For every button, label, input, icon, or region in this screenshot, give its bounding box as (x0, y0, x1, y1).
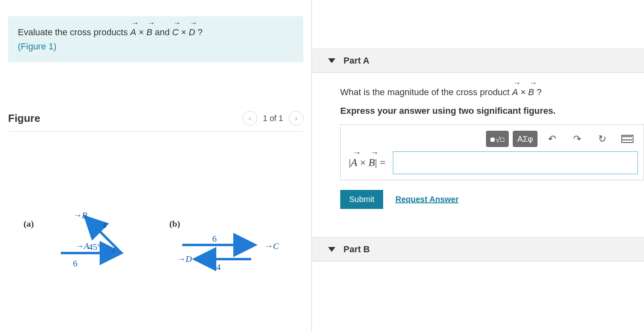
label-vector-B: →B (73, 210, 87, 221)
times-symbol: × (139, 27, 146, 37)
figure-header: Figure ‹ 1 of 1 › (8, 111, 303, 132)
keyboard-button[interactable] (617, 131, 638, 147)
question-suffix: ? (537, 87, 542, 97)
label-length-D: 4 (216, 262, 221, 272)
label-length-C: 6 (212, 234, 217, 244)
left-pane: Evaluate the cross products →A × →B and … (0, 0, 312, 332)
right-pane: Part A What is the magnitude of the cros… (312, 0, 644, 332)
figure-link[interactable]: (Figure 1) (18, 39, 294, 53)
question-vector-B: →B (528, 85, 534, 99)
label-angle-AB: 45° (88, 242, 101, 252)
question-prefix: What is the magnitude of the cross produ… (340, 87, 512, 97)
submit-row: Submit Request Answer (340, 190, 644, 209)
part-a-instruction: Express your answer using two significan… (340, 106, 644, 116)
part-a-header[interactable]: Part A (312, 49, 644, 73)
math-templates-button[interactable]: √ (486, 131, 509, 147)
part-a-title: Part A (343, 55, 369, 66)
label-vector-C: →C (264, 241, 279, 251)
prompt-line-1: Evaluate the cross products →A × →B and … (18, 25, 294, 39)
templates-icon: √ (490, 134, 504, 144)
chevron-down-icon (328, 58, 335, 63)
vector-C: →C (172, 25, 179, 39)
vector-B: →B (146, 25, 152, 39)
submit-button[interactable]: Submit (340, 190, 383, 209)
answer-input[interactable] (393, 151, 638, 174)
figure-prev-button[interactable]: ‹ (243, 111, 257, 126)
problem-prompt: Evaluate the cross products →A × →B and … (8, 16, 303, 62)
figure-nav: ‹ 1 of 1 › (243, 111, 303, 126)
prompt-mid: and (155, 27, 172, 37)
figure-canvas: (a) →B 4 →A 45° 6 (b) (8, 144, 303, 289)
redo-button[interactable]: ↷ (567, 130, 588, 147)
keyboard-icon (621, 135, 633, 143)
chevron-down-icon (328, 247, 335, 252)
times-symbol-2: × (181, 27, 189, 37)
label-vector-A: →A (75, 241, 89, 251)
answer-row: |→A × →B| = (341, 151, 644, 180)
answer-lhs: |→A × →B| = (346, 157, 388, 169)
label-vector-D: →D (177, 254, 192, 264)
vector-D: →D (189, 25, 195, 39)
answer-toolbar: √ ΑΣφ ↶ ↷ ↻ (341, 125, 644, 151)
question-vector-A: →A (512, 85, 518, 99)
part-a-body: What is the magnitude of the cross produ… (312, 73, 644, 221)
diagram-a-svg (53, 204, 158, 277)
figure-counter: 1 of 1 (263, 114, 283, 123)
part-b-title: Part B (343, 244, 370, 255)
question-times: × (520, 87, 528, 97)
request-answer-link[interactable]: Request Answer (395, 195, 458, 204)
answer-box: √ ΑΣφ ↶ ↷ ↻ |→A × →B| = (340, 124, 644, 180)
prompt-suffix: ? (198, 27, 203, 37)
part-a-question: What is the magnitude of the cross produ… (340, 85, 644, 99)
undo-button[interactable]: ↶ (542, 130, 563, 147)
part-b-header[interactable]: Part B (312, 237, 644, 262)
vector-A: →A (130, 25, 136, 39)
greek-symbols-button[interactable]: ΑΣφ (513, 131, 537, 147)
figure-label-a: (a) (23, 219, 34, 229)
figure-next-button[interactable]: › (289, 111, 303, 126)
reset-button[interactable]: ↻ (592, 130, 613, 147)
prompt-prefix: Evaluate the cross products (18, 27, 130, 37)
label-length-B: 4 (102, 220, 107, 230)
label-length-A: 6 (73, 258, 77, 269)
figure-title: Figure (8, 112, 40, 125)
